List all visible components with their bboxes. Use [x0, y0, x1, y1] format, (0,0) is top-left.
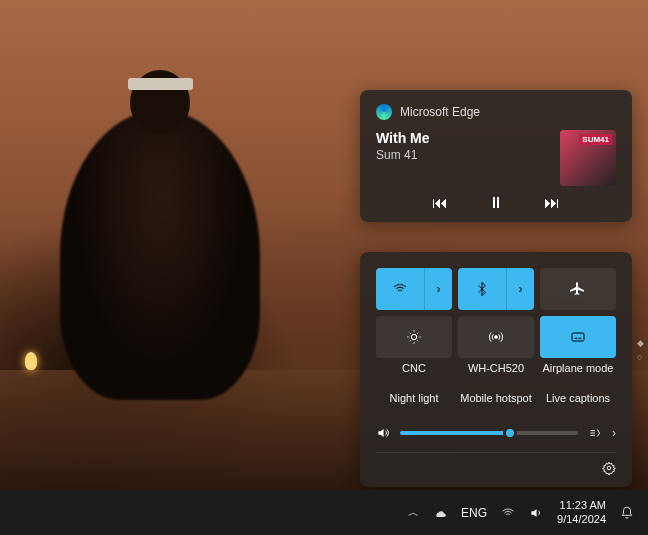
- language-indicator[interactable]: ENG: [461, 506, 487, 520]
- wifi-expand[interactable]: ›: [424, 268, 452, 310]
- taskbar: ︿ ENG 11:23 AM 9/14/2024: [0, 490, 648, 535]
- captions-icon: [570, 329, 586, 345]
- nightlight-label: Night light: [376, 392, 452, 404]
- tray-volume-icon[interactable]: [529, 506, 543, 520]
- track-title: With Me: [376, 130, 430, 146]
- volume-icon[interactable]: [376, 426, 390, 440]
- nightlight-tile[interactable]: [376, 316, 452, 358]
- album-art[interactable]: [560, 130, 616, 186]
- onedrive-icon[interactable]: [433, 506, 447, 520]
- date: 9/14/2024: [557, 513, 606, 526]
- clock[interactable]: 11:23 AM 9/14/2024: [557, 499, 606, 525]
- settings-icon[interactable]: [602, 461, 616, 475]
- audio-output-expand[interactable]: ›: [612, 426, 616, 440]
- media-panel: Microsoft Edge With Me Sum 41 ⏮ ⏸ ⏭: [360, 90, 632, 222]
- hotspot-tile[interactable]: [458, 316, 534, 358]
- bluetooth-icon: [474, 281, 490, 297]
- svg-point-1: [495, 336, 498, 339]
- audio-output-button[interactable]: [588, 426, 602, 440]
- hotspot-label: Mobile hotspot: [458, 392, 534, 404]
- previous-button[interactable]: ⏮: [432, 194, 448, 212]
- wifi-icon: [392, 281, 408, 297]
- captions-label: Live captions: [540, 392, 616, 404]
- wifi-tile[interactable]: ›: [376, 268, 452, 310]
- airplane-icon: [570, 281, 586, 297]
- bluetooth-tile[interactable]: ›: [458, 268, 534, 310]
- airplane-tile[interactable]: [540, 268, 616, 310]
- svg-rect-2: [572, 333, 584, 341]
- bluetooth-label: WH-CH520: [458, 362, 534, 374]
- airplane-label: Airplane mode: [540, 362, 616, 374]
- time: 11:23 AM: [557, 499, 606, 512]
- notifications-icon[interactable]: [620, 506, 634, 520]
- media-source: Microsoft Edge: [400, 105, 480, 119]
- svg-point-3: [607, 466, 611, 470]
- next-button[interactable]: ⏭: [544, 194, 560, 212]
- panel-pager[interactable]: ◆○: [637, 338, 644, 362]
- volume-slider[interactable]: [400, 431, 578, 435]
- track-artist: Sum 41: [376, 148, 430, 162]
- edge-icon: [376, 104, 392, 120]
- bluetooth-expand[interactable]: ›: [506, 268, 534, 310]
- tray-overflow[interactable]: ︿: [408, 505, 419, 520]
- quick-settings-panel: › › CNC WH-CH520 Airplane mode Night lig…: [360, 252, 632, 487]
- tray-wifi-icon[interactable]: [501, 506, 515, 520]
- svg-point-0: [411, 334, 416, 339]
- captions-tile[interactable]: [540, 316, 616, 358]
- pause-button[interactable]: ⏸: [488, 194, 504, 212]
- hotspot-icon: [488, 329, 504, 345]
- nightlight-icon: [406, 329, 422, 345]
- wifi-label: CNC: [376, 362, 452, 374]
